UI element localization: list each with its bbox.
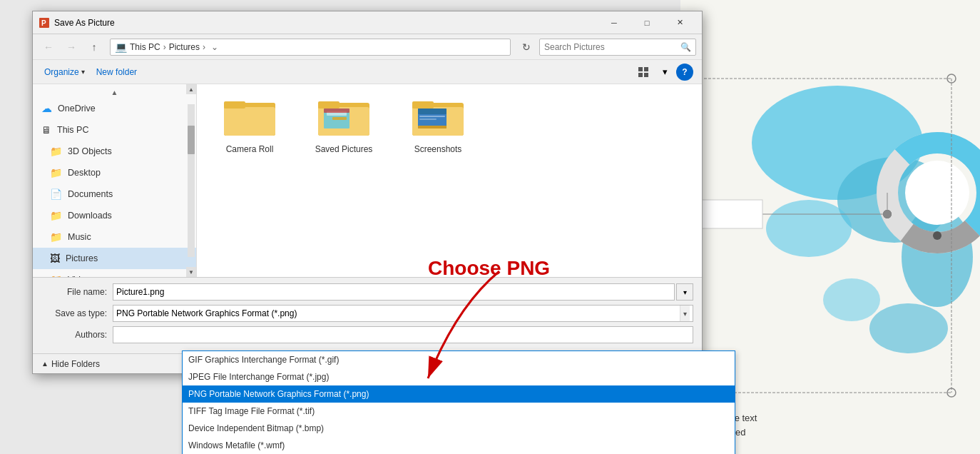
savetype-dropdown-arrow-icon: ▾ bbox=[680, 306, 690, 321]
sidebar-item-label-videos: Videos bbox=[68, 275, 95, 277]
sidebar-item-label-desktop: Desktop bbox=[68, 168, 101, 178]
svg-point-6 bbox=[869, 303, 948, 353]
sidebar-scrollbar[interactable]: ▲ ▼ bbox=[186, 84, 196, 277]
form-area: File name: ▾ Save as type: PNG Portable … bbox=[33, 277, 702, 353]
sidebar-item-label-pictures: Pictures bbox=[66, 253, 98, 263]
address-bar[interactable]: 💻 This PC › Pictures › ⌄ bbox=[110, 39, 511, 56]
sidebar-item-label-documents: Documents bbox=[68, 189, 113, 199]
svg-rect-45 bbox=[418, 109, 446, 114]
folder-icon-screenshots bbox=[412, 96, 464, 138]
file-item-saved-pictures[interactable]: Saved Pictures bbox=[308, 96, 379, 154]
format-option-bmp[interactable]: Device Independent Bitmap (*.bmp) bbox=[183, 420, 735, 437]
view-icons-button[interactable] bbox=[633, 64, 653, 81]
view-toggle: ▾ ? bbox=[633, 64, 693, 81]
downloads-icon: 📁 bbox=[50, 210, 62, 221]
sidebar-item-documents[interactable]: 📄 Documents bbox=[33, 183, 196, 205]
back-button[interactable]: ← bbox=[39, 37, 58, 57]
filename-label: File name: bbox=[41, 287, 113, 297]
dialog-title: Save As Picture bbox=[54, 18, 598, 28]
sidebar-item-label-onedrive: OneDrive bbox=[58, 104, 96, 113]
format-option-tiff[interactable]: TIFF Tag Image File Format (*.tif) bbox=[183, 403, 735, 420]
grid-view-icon bbox=[638, 67, 648, 77]
sidebar-item-thispc[interactable]: 🖥 This PC bbox=[33, 119, 196, 141]
svg-point-19 bbox=[883, 210, 892, 218]
svg-rect-28 bbox=[638, 73, 643, 77]
breadcrumb-separator-1: › bbox=[163, 42, 166, 52]
folder-icon-camera-roll bbox=[224, 96, 275, 138]
svg-point-12 bbox=[933, 231, 941, 240]
sidebar-item-onedrive[interactable]: ☁ OneDrive bbox=[33, 98, 196, 119]
sidebar-item-downloads[interactable]: 📁 Downloads bbox=[33, 205, 196, 226]
scroll-up-arrow[interactable]: ▲ bbox=[186, 84, 196, 94]
forward-button[interactable]: → bbox=[61, 37, 81, 57]
sidebar-item-label-downloads: Downloads bbox=[68, 211, 112, 221]
file-item-screenshots[interactable]: Screenshots bbox=[402, 96, 474, 154]
filename-row: File name: ▾ bbox=[41, 283, 693, 301]
breadcrumb-separator-2: › bbox=[203, 42, 205, 52]
folder-icon-saved-pictures bbox=[318, 96, 369, 138]
savetype-row: Save as type: PNG Portable Network Graph… bbox=[41, 305, 693, 322]
format-option-png[interactable]: PNG Portable Network Graphics Format (*.… bbox=[183, 385, 735, 403]
refresh-button[interactable]: ↻ bbox=[518, 39, 535, 56]
svg-text:P: P bbox=[41, 19, 46, 27]
breadcrumb-computer-icon: 💻 bbox=[115, 41, 127, 53]
close-button[interactable]: ✕ bbox=[663, 11, 696, 34]
file-item-camera-roll[interactable]: Camera Roll bbox=[214, 96, 285, 154]
format-dropdown-list: GIF Graphics Interchange Format (*.gif) … bbox=[182, 350, 735, 454]
svg-rect-32 bbox=[224, 107, 275, 136]
svg-rect-36 bbox=[318, 101, 340, 109]
navigation-toolbar: ← → ↑ 💻 This PC › Pictures › ⌄ ↻ 🔍 bbox=[33, 34, 702, 60]
onedrive-icon: ☁ bbox=[41, 102, 52, 115]
filename-dropdown-btn[interactable]: ▾ bbox=[676, 283, 693, 301]
scroll-thumb[interactable] bbox=[188, 126, 195, 154]
sidebar-item-3dobjects[interactable]: 📁 3D Objects bbox=[33, 141, 196, 162]
search-icon: 🔍 bbox=[680, 42, 691, 52]
ppt-icon: P bbox=[39, 17, 50, 29]
sidebar-scroll-up[interactable]: ▲ bbox=[33, 87, 196, 98]
svg-point-3 bbox=[766, 200, 852, 257]
file-area: Camera Roll Saved Pictures bbox=[197, 84, 702, 277]
format-option-jpeg[interactable]: JPEG File Interchange Format (*.jpg) bbox=[183, 368, 735, 385]
title-bar: P Save As Picture ─ □ ✕ bbox=[33, 11, 702, 34]
organize-button[interactable]: Organize ▾ bbox=[41, 66, 88, 79]
help-button[interactable]: ? bbox=[676, 64, 693, 81]
savetype-value: PNG Portable Network Graphics Format (*.… bbox=[116, 308, 680, 318]
svg-point-5 bbox=[823, 278, 880, 321]
svg-rect-33 bbox=[224, 101, 245, 109]
savetype-dropdown[interactable]: PNG Portable Network Graphics Format (*.… bbox=[113, 305, 693, 322]
svg-rect-43 bbox=[412, 101, 434, 109]
authors-label: Authors: bbox=[41, 330, 113, 340]
save-as-dialog: P Save As Picture ─ □ ✕ ← → ↑ 💻 This PC … bbox=[32, 11, 703, 374]
breadcrumb-path: Pictures bbox=[169, 42, 200, 52]
minimize-button[interactable]: ─ bbox=[598, 11, 631, 34]
sidebar-item-videos[interactable]: 📁 Videos bbox=[33, 269, 196, 277]
savetype-label: Save as type: bbox=[41, 308, 113, 318]
file-label-screenshots: Screenshots bbox=[414, 144, 462, 154]
up-button[interactable]: ↑ bbox=[84, 37, 104, 57]
scroll-track bbox=[188, 104, 195, 257]
scroll-down-arrow[interactable]: ▼ bbox=[186, 267, 196, 277]
svg-rect-39 bbox=[332, 117, 347, 120]
organize-arrow-icon: ▾ bbox=[81, 68, 85, 76]
format-option-wmf[interactable]: Windows Metafile (*.wmf) bbox=[183, 437, 735, 454]
authors-input[interactable] bbox=[113, 326, 693, 343]
svg-rect-47 bbox=[419, 118, 437, 120]
sidebar-item-pictures[interactable]: 🖼 Pictures bbox=[33, 248, 196, 269]
sidebar-item-music[interactable]: 📁 Music bbox=[33, 226, 196, 248]
sidebar: ▲ ☁ OneDrive 🖥 This PC 📁 3D Objects 📁 De… bbox=[33, 84, 197, 277]
breadcrumb-root: This PC bbox=[130, 42, 160, 52]
filename-input[interactable] bbox=[113, 283, 675, 301]
search-input[interactable] bbox=[544, 42, 680, 52]
svg-rect-40 bbox=[324, 109, 349, 113]
music-icon: 📁 bbox=[50, 231, 62, 243]
file-label-camera-roll: Camera Roll bbox=[226, 144, 274, 154]
hide-folders-arrow-icon: ▲ bbox=[41, 360, 49, 368]
hide-folders-button[interactable]: ▲ Hide Folders bbox=[41, 359, 100, 369]
new-folder-button[interactable]: New folder bbox=[93, 66, 140, 79]
sidebar-item-desktop[interactable]: 📁 Desktop bbox=[33, 162, 196, 183]
organize-label: Organize bbox=[44, 67, 79, 77]
svg-rect-29 bbox=[644, 73, 648, 77]
view-dropdown-button[interactable]: ▾ bbox=[655, 64, 675, 81]
format-option-gif[interactable]: GIF Graphics Interchange Format (*.gif) bbox=[183, 351, 735, 368]
maximize-button[interactable]: □ bbox=[631, 11, 663, 34]
